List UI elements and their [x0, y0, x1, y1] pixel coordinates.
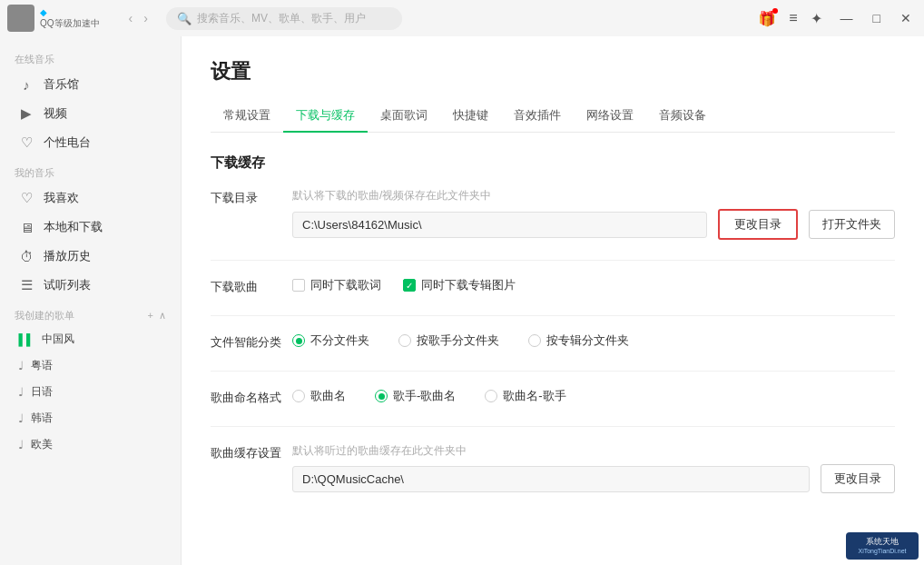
tab-network[interactable]: 网络设置 — [574, 100, 646, 133]
music-hall-icon: ♪ — [18, 77, 34, 93]
playlist-label-korean: 韩语 — [31, 411, 53, 426]
title-bar: ◆ QQ等级加速中 ‹ › 🔍 搜索音乐、MV、歌单、歌手、用户 🎁 ≡ ✦ —… — [0, 0, 924, 36]
setting-label-name-format: 歌曲命名格式 — [211, 388, 292, 406]
sidebar-item-music-hall[interactable]: ♪ 音乐馆 — [4, 70, 177, 99]
tab-desktop-lyrics[interactable]: 桌面歌词 — [368, 100, 440, 133]
radio-circle-song-name[interactable] — [292, 390, 305, 402]
change-cache-dir-button[interactable]: 更改目录 — [821, 464, 895, 493]
checkbox-label-lyrics: 同时下载歌词 — [310, 277, 381, 293]
setting-row-cache-dir: 歌曲缓存设置 默认将听过的歌曲缓存在此文件夹中 D:\QQMusicCache\… — [211, 443, 895, 493]
sidebar-label-music-hall: 音乐馆 — [44, 76, 79, 93]
nav-forward-button[interactable]: › — [140, 9, 152, 27]
setting-label-file-classify: 文件智能分类 — [211, 332, 292, 351]
checkbox-box-album-art[interactable] — [403, 279, 416, 292]
minimize-button[interactable]: — — [835, 9, 859, 27]
checkbox-download-lyrics[interactable]: 同时下载歌词 — [292, 277, 381, 293]
radio-label-song-name: 歌曲名 — [310, 388, 346, 404]
sidebar-item-favorites[interactable]: ♡ 我喜欢 — [4, 183, 177, 213]
add-playlist-icon[interactable]: + — [148, 310, 153, 322]
sidebar-item-history[interactable]: ⏱ 播放历史 — [4, 242, 177, 271]
playlist-item-western[interactable]: ♩ 欧美 — [4, 431, 177, 458]
radio-by-artist[interactable]: 按歌手分文件夹 — [398, 332, 499, 349]
sidebar-item-radio[interactable]: ♡ 个性电台 — [4, 128, 177, 157]
radio-label-by-album: 按专辑分文件夹 — [546, 332, 629, 349]
radio-artist-song[interactable]: 歌手-歌曲名 — [375, 388, 456, 404]
cache-dir-desc: 默认将听过的歌曲缓存在此文件夹中 — [292, 443, 895, 459]
playlist-item-japanese[interactable]: ♩ 日语 — [4, 379, 177, 405]
playlist-note-icon-3: ♩ — [18, 411, 24, 425]
setting-row-download-song: 下载歌曲 同时下载歌词 同时下载专辑图片 — [211, 277, 895, 295]
tab-general[interactable]: 常规设置 — [211, 100, 283, 133]
sidebar-item-video[interactable]: ▶ 视频 — [4, 99, 177, 128]
divider-4 — [211, 426, 895, 427]
title-bar-right: 🎁 ≡ ✦ — □ ✕ — [758, 9, 917, 27]
tab-download-cache[interactable]: 下载与缓存 — [283, 100, 368, 133]
sidebar: 在线音乐 ♪ 音乐馆 ▶ 视频 ♡ 个性电台 我的音乐 ♡ 我喜欢 🖥 本地和下… — [0, 36, 182, 565]
radio-label-by-artist: 按歌手分文件夹 — [417, 332, 499, 349]
open-folder-button[interactable]: 打开文件夹 — [809, 210, 895, 239]
playlist-note-icon-4: ♩ — [18, 438, 24, 451]
radio-label-no-folder: 不分文件夹 — [310, 332, 369, 349]
download-dir-desc: 默认将下载的歌曲/视频保存在此文件夹中 — [292, 188, 895, 203]
tab-hotkeys[interactable]: 快捷键 — [440, 100, 501, 133]
qq-diamond-icon: ◆ — [40, 7, 100, 18]
playlist-item-chinese[interactable]: ▌▌ 中国风 — [4, 326, 177, 352]
checkbox-download-album-art[interactable]: 同时下载专辑图片 — [403, 277, 516, 293]
radio-circle-artist-song[interactable] — [375, 390, 388, 402]
setting-body-download-song: 同时下载歌词 同时下载专辑图片 — [292, 277, 895, 293]
playlist-bar-icon: ▌▌ — [18, 333, 34, 346]
gift-icon[interactable]: 🎁 — [758, 10, 776, 27]
playlist-item-korean[interactable]: ♩ 韩语 — [4, 405, 177, 431]
window-controls: — □ ✕ — [835, 9, 917, 27]
skin-icon[interactable]: ✦ — [811, 10, 822, 27]
collapse-playlist-icon[interactable]: ∧ — [159, 310, 166, 322]
setting-body-download-dir: 默认将下载的歌曲/视频保存在此文件夹中 C:\Users\84162\Music… — [292, 188, 895, 240]
cache-dir-path: D:\QQMusicCache\ — [292, 466, 810, 492]
avatar-area: ◆ QQ等级加速中 — [7, 5, 100, 32]
nav-back-button[interactable]: ‹ — [125, 9, 137, 27]
playlist-label-western: 欧美 — [31, 437, 53, 452]
playlist-item-cantonese[interactable]: ♩ 粤语 — [4, 352, 177, 379]
radio-by-album[interactable]: 按专辑分文件夹 — [528, 332, 629, 349]
checkbox-box-lyrics[interactable] — [292, 279, 305, 292]
setting-row-download-dir: 下载目录 默认将下载的歌曲/视频保存在此文件夹中 C:\Users\84162\… — [211, 188, 895, 240]
setting-body-name-format: 歌曲名 歌手-歌曲名 歌曲名-歌手 — [292, 388, 895, 404]
download-song-checkboxes: 同时下载歌词 同时下载专辑图片 — [292, 277, 895, 293]
page-title: 设置 — [211, 58, 895, 85]
sidebar-section-online: 在线音乐 — [0, 44, 181, 70]
radio-no-folder[interactable]: 不分文件夹 — [292, 332, 369, 349]
radio-circle-no-folder[interactable] — [292, 334, 305, 347]
search-placeholder-text: 搜索音乐、MV、歌单、歌手、用户 — [197, 11, 366, 26]
menu-icon[interactable]: ≡ — [789, 10, 797, 26]
sidebar-item-trial-list[interactable]: ☰ 试听列表 — [4, 271, 177, 300]
radio-icon: ♡ — [18, 134, 34, 151]
playlist-note-icon-2: ♩ — [18, 385, 24, 399]
tab-audio-effects[interactable]: 音效插件 — [501, 100, 574, 133]
avatar[interactable] — [7, 5, 34, 32]
radio-song-artist[interactable]: 歌曲名-歌手 — [485, 388, 565, 404]
download-dir-path-row: C:\Users\84162\Music\ 更改目录 打开文件夹 — [292, 209, 895, 240]
gift-notification-dot — [772, 8, 778, 14]
settings-section-title: 下载缓存 — [211, 154, 895, 172]
divider-2 — [211, 315, 895, 316]
qq-status-label: QQ等级加速中 — [40, 18, 100, 29]
search-bar[interactable]: 🔍 搜索音乐、MV、歌单、歌手、用户 — [166, 7, 402, 30]
download-dir-path: C:\Users\84162\Music\ — [292, 212, 707, 238]
radio-circle-by-artist[interactable] — [398, 334, 411, 347]
radio-circle-song-artist[interactable] — [485, 390, 497, 402]
close-button[interactable]: ✕ — [895, 9, 917, 27]
setting-body-file-classify: 不分文件夹 按歌手分文件夹 按专辑分文件夹 — [292, 332, 895, 349]
change-dir-button[interactable]: 更改目录 — [718, 209, 798, 240]
radio-circle-by-album[interactable] — [528, 334, 541, 347]
sidebar-label-history: 播放历史 — [44, 248, 91, 264]
trial-list-icon: ☰ — [18, 277, 34, 293]
favorites-icon: ♡ — [18, 190, 34, 206]
history-icon: ⏱ — [18, 249, 34, 264]
setting-row-file-classify: 文件智能分类 不分文件夹 按歌手分文件夹 按专辑分文件夹 — [211, 332, 895, 351]
sidebar-item-local-download[interactable]: 🖥 本地和下载 — [4, 213, 177, 242]
maximize-button[interactable]: □ — [868, 9, 886, 27]
settings-tabs: 常规设置 下载与缓存 桌面歌词 快捷键 音效插件 网络设置 音频设备 — [211, 100, 895, 133]
tab-audio-device[interactable]: 音频设备 — [646, 100, 719, 133]
radio-song-name[interactable]: 歌曲名 — [292, 388, 346, 404]
sidebar-label-local-download: 本地和下载 — [44, 219, 103, 235]
